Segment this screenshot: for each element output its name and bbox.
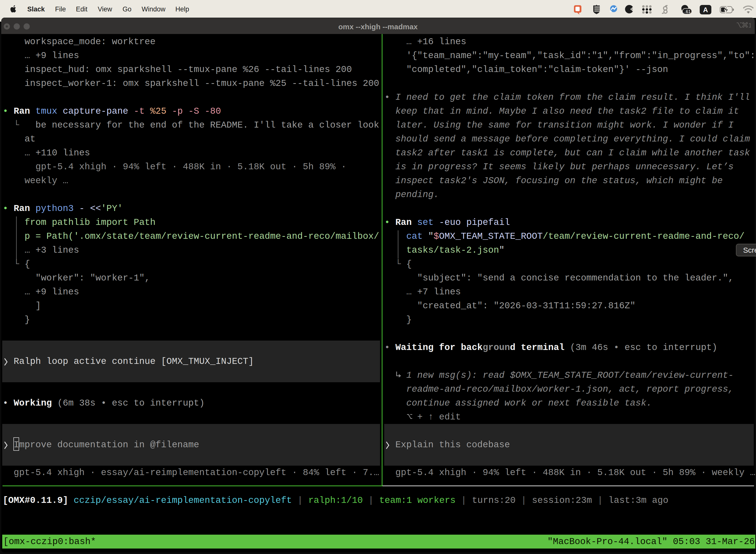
- svg-text:..61: ..61: [683, 9, 691, 14]
- svg-text:1: 1: [748, 22, 751, 29]
- svg-text:A: A: [703, 6, 708, 14]
